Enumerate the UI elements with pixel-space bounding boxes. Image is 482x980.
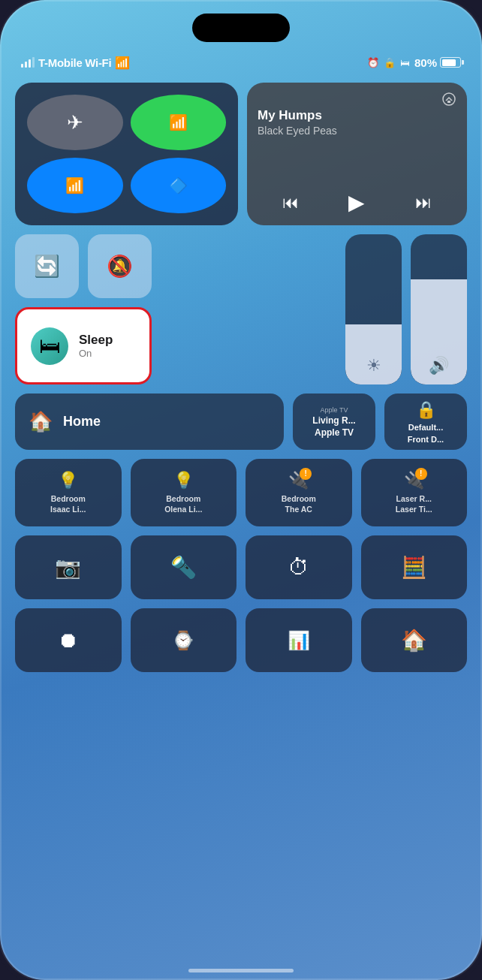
bedroom-olena-label: BedroomOlena Li... [164,494,202,514]
camera-button[interactable]: 📷 [15,535,122,599]
bluetooth-icon: 🔷 [169,176,188,194]
battery-percent: 80% [414,56,437,69]
sleep-status: On [79,348,113,359]
screen-record-icon: ⏺ [58,628,79,653]
sleep-label: Sleep [79,333,113,348]
home-2-icon: 🏠 [401,628,427,653]
wifi-icon-btn: ️📶 [65,176,84,194]
control-center: ✈ 📶 ️📶 🔷 [15,83,467,950]
screen-lock-rotation-button[interactable]: 🔄 [15,234,79,298]
music-artist: Black Eyed Peas [258,125,456,137]
row-network-music: ✈ 📶 ️📶 🔷 [15,83,467,225]
apple-tv-tile[interactable]: Apple TV Living R... Apple TV [293,394,375,450]
flashlight-icon: 🔦 [170,555,197,580]
watch-button[interactable]: ⌚ [131,608,237,672]
sleep-icon-wrapper: 🛏 [31,327,68,365]
row-bottom: ⏺ ⌚ 📊 🏠 [15,608,467,672]
music-title: My Humps [258,108,456,123]
home-icon: 🏠 [29,410,53,433]
camera-icon: 📷 [55,555,81,580]
home-button[interactable]: 🏠 Home [15,394,284,450]
apple-tv-brand: Apple TV [321,406,348,414]
signal-bar-4 [32,57,35,68]
cellular-button[interactable]: 📶 [131,95,227,150]
front-door-line1: Default... [408,423,443,432]
ac-badge: ! [300,468,312,480]
bedroom-isaac-label: BedroomIsaac Li... [50,494,86,514]
status-left: T-Mobile Wi-Fi 📶 [21,56,130,70]
home-label: Home [63,414,101,430]
rewind-button[interactable]: ⏮ [282,193,299,213]
orientation-lock-icon: 🔒 [384,57,396,68]
svg-point-0 [443,93,455,105]
alarm-icon: ⏰ [367,57,379,68]
timer-button[interactable]: ⏱ [246,535,352,599]
bulb-icon-2: 💡 [173,471,194,490]
row-smart-home: 💡 BedroomIsaac Li... 💡 BedroomOlena Li..… [15,459,467,526]
wifi-icon: 📶 [115,56,130,70]
brightness-fill [345,324,402,384]
brightness-slider[interactable]: ☀ [345,234,402,384]
left-col: 🔄 🔕 🛏 Sleep On [15,234,152,384]
bedroom-ac-tile[interactable]: 🔌 ! BedroomThe AC [246,459,352,526]
volume-icon: 🔊 [429,356,449,375]
home-indicator [188,969,294,972]
row-home: 🏠 Home Apple TV Living R... Apple TV 🔒 D… [15,394,467,450]
signal-bar-3 [29,59,31,68]
music-controls: ⏮ ▶ ⏭ [258,190,456,215]
network-tile[interactable]: ✈ 📶 ️📶 🔷 [15,83,238,225]
sleep-status-icon: 🛏 [400,57,410,68]
music-info: My Humps Black Eyed Peas [258,108,456,137]
silent-mode-button[interactable]: 🔕 [88,234,152,298]
sound-recognition-button[interactable]: 📊 [246,608,352,672]
status-bar: T-Mobile Wi-Fi 📶 ⏰ 🔒 🛏 80% [0,51,482,74]
fast-forward-button[interactable]: ⏭ [415,193,432,213]
airplane-mode-button[interactable]: ✈ [27,95,123,150]
status-right: ⏰ 🔒 🛏 80% [367,56,461,69]
calculator-icon: 🧮 [401,555,427,580]
bedroom-isaac-tile[interactable]: 💡 BedroomIsaac Li... [15,459,122,526]
signal-bar-2 [25,62,27,68]
volume-slider[interactable]: 🔊 [411,234,467,384]
bulb-icon-1: 💡 [58,471,78,490]
screen-lock-icon: 🔄 [34,254,60,279]
music-tile[interactable]: My Humps Black Eyed Peas ⏮ ▶ ⏭ [247,83,467,225]
sound-recognition-icon: 📊 [288,630,310,651]
signal-bar-1 [21,64,23,68]
screen-record-button[interactable]: ⏺ [15,608,122,672]
calculator-button[interactable]: 🧮 [361,535,468,599]
airplane-icon: ✈ [67,111,83,134]
laser-icon-wrapper: 🔌 ! [404,471,424,490]
dynamic-island [192,14,290,42]
bedroom-ac-label: BedroomThe AC [282,494,316,514]
flashlight-button[interactable]: 🔦 [131,535,237,599]
watch-icon: ⌚ [172,630,194,651]
front-door-tile[interactable]: 🔒 Default... Front D... [384,394,467,450]
wifi-button[interactable]: ️📶 [27,158,123,213]
battery-fill [442,59,456,66]
airplay-button[interactable] [441,92,456,110]
cellular-icon: 📶 [169,113,188,131]
ac-icon-wrapper: 🔌 ! [288,471,309,490]
bell-slash-icon: 🔕 [107,254,133,279]
row-2-wrapper: 🔄 🔕 🛏 Sleep On [15,234,467,384]
laser-label: Laser R...Laser Ti... [396,494,432,514]
front-door-line2: Front D... [408,435,444,444]
small-tiles-row: 🔄 🔕 [15,234,152,298]
signal-bars [21,57,35,68]
home-2-button[interactable]: 🏠 [361,608,468,672]
apple-tv-label-line1: Living R... [312,415,355,426]
battery-icon [440,57,461,68]
brightness-icon: ☀ [366,356,381,375]
laser-badge: ! [415,468,427,480]
laser-tile[interactable]: 🔌 ! Laser R...Laser Ti... [361,459,468,526]
timer-icon: ⏱ [288,555,309,580]
bluetooth-button[interactable]: 🔷 [131,158,227,213]
play-button[interactable]: ▶ [348,190,365,215]
sleep-text: Sleep On [79,333,113,359]
bedroom-olena-tile[interactable]: 💡 BedroomOlena Li... [131,459,237,526]
front-door-lock-icon: 🔒 [416,400,436,420]
sleep-tile[interactable]: 🛏 Sleep On [15,307,152,384]
phone-frame: T-Mobile Wi-Fi 📶 ⏰ 🔒 🛏 80% ✈ [0,0,482,980]
sliders-col: ☀ 🔊 [345,234,467,384]
